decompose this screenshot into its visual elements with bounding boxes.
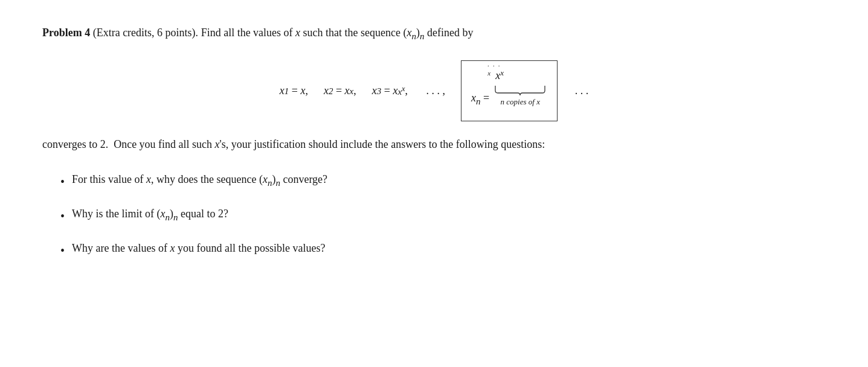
page-content: Problem 4 (Extra credits, 6 points). Fin… [0,0,868,298]
bullet-item-1: • For this value of x, why does the sequ… [60,171,826,192]
problem-header: Problem 4 (Extra credits, 6 points). Fin… [42,24,826,43]
bullet-dot-2: • [60,206,65,226]
bullet-list: • For this value of x, why does the sequ… [42,171,826,261]
problem-credits: (Extra credits, 6 points). [93,27,198,39]
bullet-text-2: Why is the limit of (xn)n equal to 2? [72,205,228,225]
copies-label: n copies of x [501,96,540,109]
bullet-item-2: • Why is the limit of (xn)n equal to 2? [60,205,826,226]
xn-lhs: xn = [471,89,489,109]
trailing-dots: . . . [572,82,588,100]
bullet-item-3: • Why are the values of x you found all … [60,240,826,261]
underbrace-svg [493,85,547,95]
term-x2: x2 = xx, [324,82,356,100]
boxed-formula: xn = . . . x xx n copies of x [461,60,558,121]
term-x1: x1 = x, [280,82,308,100]
bullet-dot-1: • [60,172,65,192]
term-x3: x3 = xxx, [372,82,408,100]
bullet-text-3: Why are the values of x you found all th… [72,240,325,258]
problem-label: Problem 4 [42,27,90,39]
converges-text: converges to 2. Once you find all such x… [42,136,826,154]
sequence-row: x1 = x, x2 = xx, x3 = xxx, . . . , xn = [42,60,826,121]
bullet-dot-3: • [60,241,65,261]
ellipsis-mid: . . . , [423,82,445,100]
tower-with-brace: . . . x xx n copies of x [493,66,547,109]
problem-intro: Find all the values of x such that the s… [201,27,474,39]
bullet-text-1: For this value of x, why does the sequen… [72,171,327,190]
